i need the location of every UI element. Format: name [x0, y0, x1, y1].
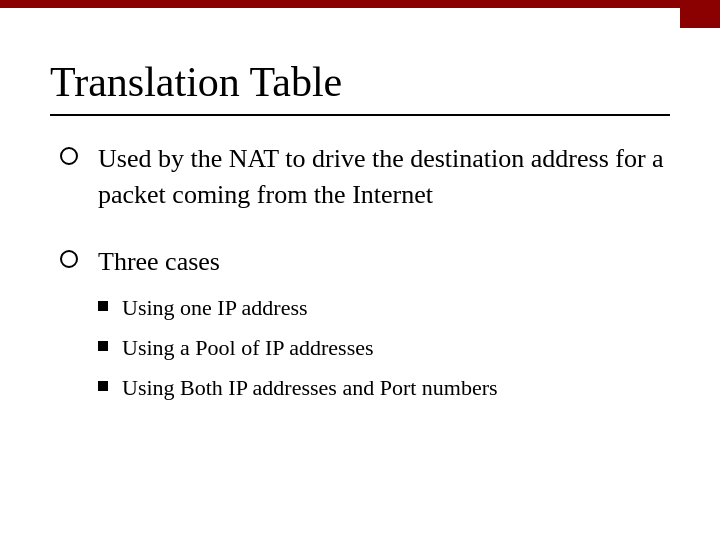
bullet-circle-1: [60, 147, 78, 165]
sub-bullet-item-3: Using Both IP addresses and Port numbers: [98, 372, 498, 404]
content-area: Used by the NAT to drive the destination…: [50, 141, 670, 412]
sub-bullets: Using one IP address Using a Pool of IP …: [98, 292, 498, 404]
slide: Translation Table Used by the NAT to dri…: [0, 0, 720, 540]
sub-bullet-square-3: [98, 381, 108, 391]
sub-bullet-square-2: [98, 341, 108, 351]
bullet-text-1: Used by the NAT to drive the destination…: [98, 141, 670, 214]
bullet-heading-2: Three cases: [98, 247, 220, 276]
corner-box-decoration: [680, 0, 720, 28]
sub-bullet-square-1: [98, 301, 108, 311]
sub-bullet-text-1: Using one IP address: [122, 292, 308, 324]
sub-bullet-item-2: Using a Pool of IP addresses: [98, 332, 498, 364]
top-bar-decoration: [0, 0, 720, 8]
title-divider: [50, 114, 670, 116]
title-section: Translation Table: [50, 58, 670, 116]
bullet-2-content: Three cases Using one IP address Using a…: [98, 244, 498, 412]
bullet-item-2: Three cases Using one IP address Using a…: [60, 244, 670, 412]
sub-bullet-text-2: Using a Pool of IP addresses: [122, 332, 374, 364]
sub-bullet-item-1: Using one IP address: [98, 292, 498, 324]
bullet-item-1: Used by the NAT to drive the destination…: [60, 141, 670, 214]
slide-title: Translation Table: [50, 58, 670, 106]
bullet-circle-2: [60, 250, 78, 268]
sub-bullet-text-3: Using Both IP addresses and Port numbers: [122, 372, 498, 404]
